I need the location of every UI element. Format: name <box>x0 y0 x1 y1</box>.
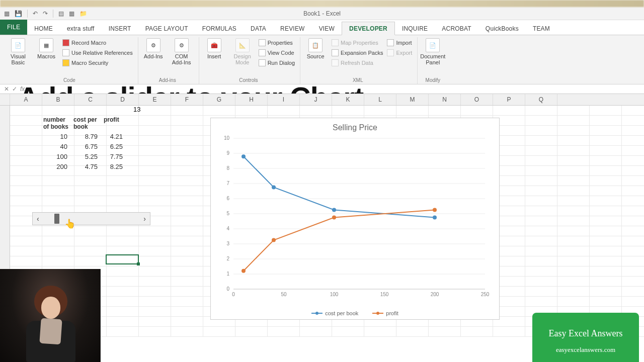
col-G[interactable]: G <box>203 94 235 105</box>
tab-data[interactable]: DATA <box>244 22 273 35</box>
tab-formulas[interactable]: FORMULAS <box>195 22 244 35</box>
group-addins: ⚙Add-Ins ⚙COM Add-Ins Add-ins <box>138 37 199 84</box>
svg-point-29 <box>242 154 246 158</box>
col-C[interactable]: C <box>74 94 107 105</box>
map-properties-button[interactable]: Map Properties <box>332 38 383 47</box>
record-macro-button[interactable]: Record Macro <box>62 38 133 47</box>
refresh-data-button[interactable]: Refresh Data <box>332 58 383 67</box>
macro-security-button[interactable]: Macro Security <box>62 58 133 67</box>
tab-acrobat[interactable]: ACROBAT <box>435 22 478 35</box>
import-button[interactable]: Import <box>387 38 412 47</box>
svg-text:4: 4 <box>226 226 229 231</box>
col-Q[interactable]: Q <box>525 94 557 105</box>
source-button[interactable]: 📋Source <box>303 38 328 59</box>
col-I[interactable]: I <box>268 94 300 105</box>
com-addins-button[interactable]: ⚙COM Add-Ins <box>170 38 194 65</box>
cell-d1[interactable]: 13 <box>133 106 140 113</box>
expansion-packs-button[interactable]: Expansion Packs <box>332 48 383 57</box>
col-F[interactable]: F <box>171 94 203 105</box>
scrollbar-slider-control[interactable]: ‹ › <box>32 212 150 225</box>
col-K[interactable]: K <box>332 94 364 105</box>
svg-text:6: 6 <box>226 196 229 201</box>
slider-thumb[interactable] <box>54 214 59 224</box>
addins-button[interactable]: ⚙Add-Ins <box>141 38 166 59</box>
svg-text:8: 8 <box>226 165 229 171</box>
tab-quickbooks[interactable]: QuickBooks <box>478 22 526 35</box>
svg-point-35 <box>332 216 336 220</box>
macros-button[interactable]: ▦Macros <box>34 38 58 59</box>
enter-icon[interactable]: ✓ <box>12 85 17 93</box>
chart-svg: 012345678910050100150200250 <box>233 138 485 289</box>
promo-card: Easy Excel Answers easyexcelanswers.com <box>532 313 639 362</box>
tab-review[interactable]: REVIEW <box>273 22 312 35</box>
group-controls: 🧰Insert 📐Design Mode Properties View Cod… <box>199 37 300 84</box>
grid-icon[interactable]: ▤ <box>58 10 64 17</box>
undo-icon[interactable]: ↶ <box>33 10 38 17</box>
document-panel-button[interactable]: 📄Document Panel <box>421 38 445 65</box>
export-button[interactable]: Export <box>387 48 412 57</box>
col-M[interactable]: M <box>396 94 429 105</box>
svg-point-36 <box>433 208 437 212</box>
folder-icon[interactable]: 📁 <box>79 10 87 17</box>
col-E[interactable]: E <box>139 94 171 105</box>
legend-swatch-1 <box>311 313 323 314</box>
quick-access-toolbar: ▦ 💾 ↶ ↷ ▤ ▦ 📁 Book1 - Excel <box>0 7 644 20</box>
properties-button[interactable]: Properties <box>259 38 295 47</box>
col-D[interactable]: D <box>107 94 139 105</box>
promo-url: easyexcelanswers.com <box>556 346 615 354</box>
tab-pagelayout[interactable]: PAGE LAYOUT <box>138 22 195 35</box>
chart-legend: cost per book profit <box>211 310 499 316</box>
col-B[interactable]: B <box>42 94 74 105</box>
svg-text:7: 7 <box>226 180 229 186</box>
svg-text:200: 200 <box>431 292 439 297</box>
col-O[interactable]: O <box>461 94 493 105</box>
slider-left-icon[interactable]: ‹ <box>37 215 39 223</box>
insert-control-button[interactable]: 🧰Insert <box>202 38 226 59</box>
col-A[interactable]: A <box>10 94 42 105</box>
visual-basic-button[interactable]: 📄Visual Basic <box>6 38 30 65</box>
svg-point-32 <box>433 216 437 220</box>
tab-inquire[interactable]: INQUIRE <box>395 22 435 35</box>
chart-title: Selling Price <box>211 118 499 134</box>
cancel-icon[interactable]: ✕ <box>4 85 9 93</box>
col-L[interactable]: L <box>364 94 396 105</box>
svg-text:0: 0 <box>226 286 229 292</box>
tab-extra[interactable]: extra stuff <box>60 22 102 35</box>
window-title: Book1 - Excel <box>303 10 341 17</box>
cursor-pointer-icon: 👆 <box>64 218 75 229</box>
tab-insert[interactable]: INSERT <box>102 22 138 35</box>
svg-text:50: 50 <box>281 292 287 297</box>
tab-developer[interactable]: DEVELOPER <box>342 22 395 35</box>
tab-home[interactable]: HOME <box>27 22 60 35</box>
col-J[interactable]: J <box>300 94 332 105</box>
tab-team[interactable]: TEAM <box>526 22 557 35</box>
tab-file[interactable]: FILE <box>0 20 27 35</box>
table-icon[interactable]: ▦ <box>69 10 74 17</box>
svg-text:2: 2 <box>226 256 229 261</box>
embedded-chart[interactable]: Selling Price 01234567891005010015020025… <box>210 118 500 320</box>
presenter-avatar <box>20 282 80 362</box>
svg-text:100: 100 <box>330 292 339 297</box>
use-relative-button[interactable]: Use Relative References <box>62 48 133 57</box>
tab-view[interactable]: VIEW <box>312 22 342 35</box>
svg-point-34 <box>272 238 276 242</box>
table-row: 2004.758.25 <box>42 162 128 172</box>
svg-text:250: 250 <box>481 292 490 297</box>
view-code-button[interactable]: View Code <box>259 48 295 57</box>
hdr-profit: profit <box>103 116 128 132</box>
run-dialog-button[interactable]: Run Dialog <box>259 58 295 67</box>
design-mode-button[interactable]: 📐Design Mode <box>230 38 255 65</box>
col-N[interactable]: N <box>429 94 461 105</box>
col-H[interactable]: H <box>235 94 268 105</box>
column-headers: A B C D E F G H I J K L M N O P Q <box>0 94 644 106</box>
legend-swatch-2 <box>372 313 383 314</box>
svg-text:150: 150 <box>380 292 389 297</box>
save-icon[interactable]: 💾 <box>15 10 22 17</box>
group-modify: 📄Document Panel Modify <box>418 37 450 84</box>
col-P[interactable]: P <box>493 94 525 105</box>
legend-label-1: cost per book <box>325 310 358 316</box>
table-row: 108.794.21 <box>42 132 128 142</box>
active-cell-selection[interactable] <box>106 254 139 264</box>
redo-icon[interactable]: ↷ <box>43 10 48 17</box>
slider-right-icon[interactable]: › <box>143 215 146 223</box>
